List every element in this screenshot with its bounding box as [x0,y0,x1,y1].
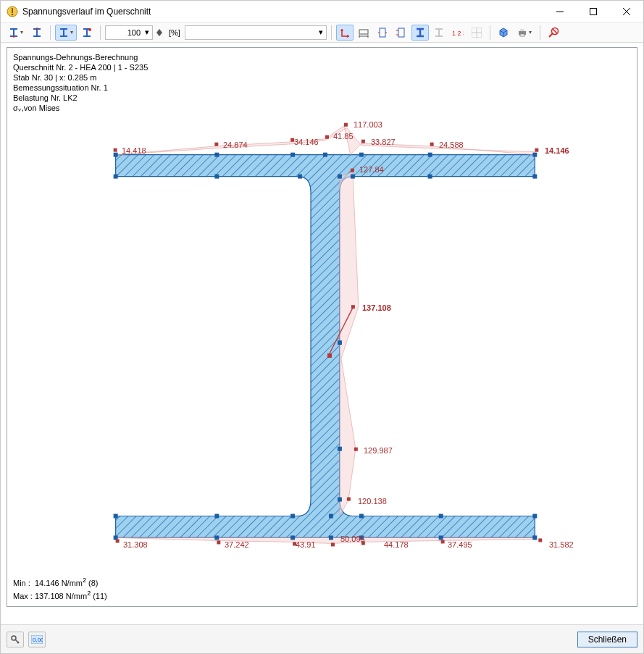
close-dialog-button[interactable]: Schließen [577,632,637,647]
svg-rect-59 [347,498,351,501]
svg-rect-49 [290,138,294,142]
svg-rect-30 [338,340,342,345]
minimize-button[interactable] [543,1,577,22]
svg-rect-39 [329,514,333,519]
key-button[interactable] [7,632,24,647]
i-section-shape [116,155,535,538]
dim-option2-button[interactable] [393,25,410,41]
svg-rect-26 [428,153,432,157]
svg-rect-19 [214,175,219,179]
svg-rect-58 [354,448,358,451]
caret-icon: ▾ [319,28,323,37]
svg-rect-28 [532,153,537,157]
close-button[interactable] [610,1,643,22]
svg-rect-24 [359,153,364,157]
svg-rect-48 [214,143,218,146]
svg-rect-27 [428,175,432,179]
svg-rect-50 [325,135,329,139]
profile-view-3-button[interactable]: ▾ [55,25,77,41]
svg-rect-10 [520,29,524,31]
caret-icon: ▾ [70,29,73,35]
svg-rect-36 [214,535,219,540]
diagram-canvas[interactable]: Spannungs-Dehnungs-Berechnung Querschnit… [7,47,637,607]
svg-rect-47 [114,148,117,152]
svg-rect-16 [114,153,118,157]
dimensions-button[interactable] [355,25,372,41]
decimals-icon: 0,00 [31,635,43,644]
svg-point-2 [12,13,14,15]
svg-rect-66 [538,538,542,542]
print-button[interactable]: ▾ [514,25,535,41]
svg-rect-54 [535,148,538,152]
svg-rect-3 [590,8,597,14]
zoom-stepper[interactable] [154,25,164,41]
window-title: Spannungsverlauf im Querschnitt [22,7,151,17]
summary-max: Max : 137.108 N/mm2 (11) [13,588,107,602]
caret-icon: ▾ [529,29,532,35]
svg-rect-61 [217,540,220,544]
caret-icon: ▾ [145,28,149,37]
summary-min: Min : 14.146 N/mm2 (8) [13,575,107,589]
svg-rect-40 [329,535,333,540]
app-icon [7,6,18,17]
svg-rect-20 [290,153,295,157]
svg-rect-44 [439,535,443,540]
dim-option1-button[interactable] [374,25,391,41]
svg-rect-63 [331,542,335,546]
grid-button[interactable] [468,25,485,41]
profile-view-2-button[interactable] [28,25,46,41]
svg-rect-43 [439,514,443,519]
close-label: Schließen [588,634,627,645]
svg-text:1 2 3: 1 2 3 [452,30,464,37]
cancel-button[interactable] [545,25,562,41]
section-outline-button[interactable] [430,25,448,41]
key-icon [10,634,20,645]
svg-rect-56 [351,305,355,309]
footer: 0,00 Schließen [1,624,643,653]
axis-toggle-button[interactable] [336,25,354,41]
svg-rect-25 [351,175,355,179]
maximize-button[interactable] [577,1,610,22]
svg-rect-38 [290,535,295,540]
summary-block: Min : 14.146 N/mm2 (8) Max : 137.108 N/m… [13,575,107,602]
svg-rect-53 [430,143,434,146]
svg-rect-29 [532,175,537,179]
svg-rect-21 [298,175,302,179]
svg-rect-37 [290,514,295,519]
profile-view-4-button[interactable] [78,25,96,41]
svg-rect-18 [214,153,219,157]
svg-rect-23 [338,175,342,179]
toolbar: ▾ ▾ 100 ▾ [%] ▾ 1 2 3 [1,22,643,43]
svg-rect-32 [338,498,342,502]
svg-rect-60 [116,539,120,542]
titlebar: Spannungsverlauf im Querschnitt [1,1,643,22]
svg-rect-52 [361,140,365,143]
svg-rect-33 [114,514,118,519]
svg-rect-22 [323,153,327,157]
unit-label: [%] [169,28,180,37]
svg-rect-1 [12,8,13,13]
filter-combo[interactable]: ▾ [185,25,327,40]
svg-rect-5 [359,30,368,34]
svg-rect-31 [338,447,342,451]
svg-rect-62 [293,542,296,545]
svg-rect-65 [441,540,445,543]
svg-rect-6 [380,28,385,37]
profile-view-1-button[interactable]: ▾ [5,25,27,41]
zoom-combo[interactable]: 100 ▾ [105,25,153,40]
numbers-button[interactable]: 1 2 3 [449,25,467,41]
diagram-plot [7,48,637,602]
decimals-button[interactable]: 0,00 [28,632,46,647]
svg-rect-55 [351,169,354,172]
svg-rect-42 [359,535,364,540]
filter-input[interactable] [188,28,319,38]
svg-rect-57 [327,353,332,358]
svg-rect-45 [532,514,537,519]
svg-rect-17 [114,175,118,179]
svg-rect-7 [398,28,404,37]
svg-text:0,00: 0,00 [33,637,43,643]
zoom-value: 100 [127,28,141,37]
view3d-button[interactable] [495,25,512,41]
svg-rect-64 [361,541,365,545]
section-fill-button[interactable] [411,25,429,41]
